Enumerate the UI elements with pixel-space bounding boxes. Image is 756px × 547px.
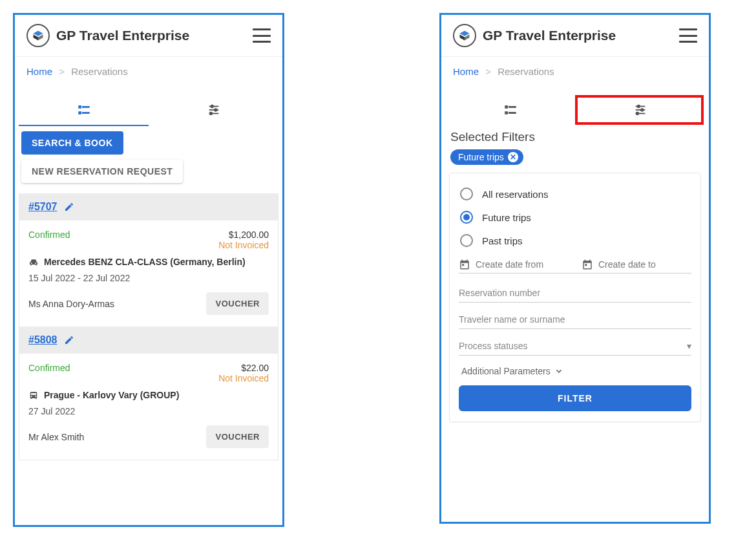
svg-rect-3: [78, 106, 81, 109]
svg-rect-17: [509, 107, 516, 108]
chevron-down-icon: ▾: [687, 341, 691, 351]
svg-rect-26: [462, 264, 464, 266]
brand-logo: [26, 24, 50, 47]
radio-icon: [460, 188, 473, 200]
traveler-name: Ms Anna Dory-Armas: [28, 299, 114, 309]
invoice-status: Not Invoiced: [218, 240, 269, 250]
date-from-label: Create date from: [476, 259, 543, 270]
order-dates: 15 Jul 2022 - 22 Jul 2022: [28, 273, 269, 283]
order-list: #5707 Confirmed $1,200.00 Not Invoiced M…: [19, 193, 278, 460]
radio-label: Future trips: [482, 212, 531, 223]
svg-rect-19: [509, 113, 516, 114]
reservation-number-input[interactable]: [459, 276, 691, 303]
order-ref-link[interactable]: #5808: [28, 334, 58, 346]
svg-rect-6: [82, 113, 89, 114]
calendar-icon: [582, 259, 593, 270]
selected-filters-label: Selected Filters: [450, 130, 700, 144]
traveler-name-input[interactable]: [459, 303, 691, 329]
new-request-button[interactable]: NEW RESERVATION REQUEST: [21, 160, 183, 183]
svg-point-12: [209, 113, 212, 115]
breadcrumb: Home > Reservations: [15, 57, 282, 86]
calendar-icon: [459, 259, 470, 270]
svg-rect-4: [82, 107, 89, 108]
status-badge: Confirmed: [28, 363, 70, 383]
edit-icon[interactable]: [64, 335, 74, 345]
order-body: Confirmed $22.00 Not Invoiced Prague - K…: [19, 354, 278, 460]
voucher-button[interactable]: VOUCHER: [206, 292, 269, 315]
date-to-field[interactable]: Create date to: [582, 259, 691, 270]
process-status-select[interactable]: Process statuses ▾: [459, 329, 691, 356]
breadcrumb-home[interactable]: Home: [453, 66, 479, 77]
radio-future[interactable]: Future trips: [459, 206, 691, 229]
order-amount: $1,200.00: [218, 230, 269, 240]
svg-rect-5: [78, 112, 81, 114]
list-screen: GP Travel Enterprise Home > Reservations…: [13, 13, 284, 527]
svg-point-8: [211, 105, 213, 108]
order-title: Mercedes BENZ CLA-CLASS (Germany, Berlin…: [44, 255, 246, 269]
invoice-status: Not Invoiced: [218, 373, 269, 383]
app-header: GP Travel Enterprise: [15, 15, 282, 57]
brand-logo: [453, 24, 476, 47]
order-title: Prague - Karlovy Vary (GROUP): [44, 389, 179, 402]
additional-params-toggle[interactable]: Additional Parameters: [461, 366, 691, 376]
tab-filters[interactable]: [575, 95, 705, 126]
filter-card: All reservations Future trips Past trips…: [449, 173, 701, 422]
breadcrumb: Home > Reservations: [441, 57, 709, 86]
order-amount: $22.00: [218, 363, 269, 373]
date-to-label: Create date to: [598, 259, 656, 270]
radio-past[interactable]: Past trips: [459, 229, 691, 252]
breadcrumb-current: Reservations: [71, 66, 128, 77]
svg-point-23: [640, 109, 643, 111]
svg-marker-0: [34, 31, 43, 36]
svg-point-25: [636, 113, 638, 115]
status-badge: Confirmed: [28, 230, 70, 250]
menu-icon[interactable]: [253, 28, 271, 43]
svg-marker-13: [460, 31, 470, 36]
order-ref-link[interactable]: #5707: [28, 201, 58, 213]
tab-row: [19, 95, 278, 126]
breadcrumb-current: Reservations: [498, 66, 554, 77]
select-label: Process statuses: [459, 341, 528, 351]
order-header: #5707: [19, 193, 278, 220]
car-icon: [28, 257, 39, 268]
order-body: Confirmed $1,200.00 Not Invoiced Mercede…: [19, 220, 278, 327]
menu-icon[interactable]: [679, 28, 697, 43]
svg-rect-18: [505, 112, 507, 114]
order-dates: 27 Jul 2022: [28, 406, 269, 416]
tab-list[interactable]: [445, 95, 575, 126]
radio-icon: [460, 234, 473, 247]
svg-rect-16: [505, 106, 507, 109]
app-header: GP Travel Enterprise: [441, 15, 709, 57]
brand-title: GP Travel Enterprise: [56, 28, 253, 43]
remove-chip-icon[interactable]: ✕: [508, 152, 518, 162]
filter-button[interactable]: FILTER: [459, 385, 691, 411]
svg-rect-27: [585, 264, 587, 266]
bus-icon: [28, 391, 39, 401]
radio-icon: [460, 211, 473, 224]
chevron-down-icon: [554, 367, 563, 376]
svg-point-10: [214, 109, 216, 111]
voucher-button[interactable]: VOUCHER: [206, 425, 269, 448]
breadcrumb-sep: >: [59, 66, 65, 77]
action-buttons: SEARCH & BOOK NEW RESERVATION REQUEST: [15, 126, 282, 188]
date-from-field[interactable]: Create date from: [459, 259, 569, 270]
traveler-name: Mr Alex Smith: [28, 432, 84, 442]
addl-label: Additional Parameters: [461, 366, 551, 376]
order-header: #5808: [19, 327, 278, 354]
breadcrumb-sep: >: [485, 66, 491, 77]
search-book-button[interactable]: SEARCH & BOOK: [21, 131, 123, 155]
radio-label: Past trips: [482, 235, 523, 246]
breadcrumb-home[interactable]: Home: [26, 66, 52, 77]
tab-filters[interactable]: [149, 95, 278, 126]
brand-title: GP Travel Enterprise: [483, 28, 679, 43]
radio-label: All reservations: [482, 189, 549, 200]
radio-all[interactable]: All reservations: [459, 182, 691, 206]
tab-list[interactable]: [19, 95, 149, 126]
filter-chip: Future trips ✕: [450, 149, 523, 165]
edit-icon[interactable]: [64, 202, 74, 212]
filter-chip-label: Future trips: [458, 152, 504, 162]
svg-point-21: [637, 105, 640, 108]
filters-screen: GP Travel Enterprise Home > Reservations…: [439, 13, 711, 524]
tab-row: [445, 95, 705, 126]
